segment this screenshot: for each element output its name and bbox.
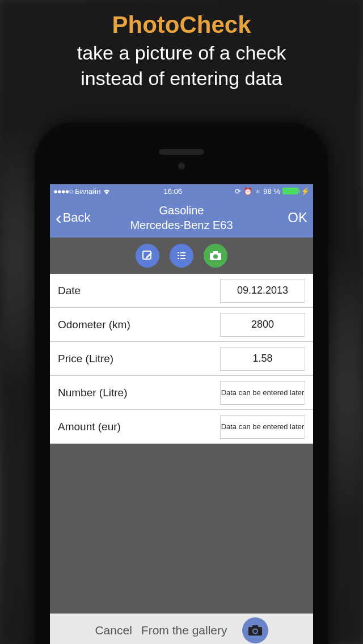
alarm-icon: ⏰	[243, 187, 252, 196]
form-row-price: Price (Litre) 1.58	[50, 342, 313, 376]
wifi-icon	[103, 188, 111, 194]
cancel-button[interactable]: Cancel	[95, 624, 132, 637]
price-field[interactable]: 1.58	[220, 347, 305, 371]
form-row-number: Number (Litre) Data can be entered later	[50, 376, 313, 410]
bluetooth-icon: ∗	[255, 187, 261, 196]
odometer-field[interactable]: 2800	[220, 313, 305, 337]
svg-point-13	[254, 629, 257, 633]
signal-dots-icon: ●●●●○	[53, 187, 73, 196]
amount-field[interactable]: Data can be entered later	[220, 415, 305, 439]
form-container: Date 09.12.2013 Odometer (km) 2800 Price…	[50, 274, 313, 444]
status-time: 16:06	[164, 187, 183, 196]
ok-button[interactable]: OK	[262, 210, 307, 226]
carrier-label: Билайн	[75, 187, 100, 196]
navigation-bar: ‹ Back Gasoline Mercedes-Benz E63 OK	[50, 198, 313, 238]
number-label: Number (Litre)	[58, 387, 127, 399]
form-row-date: Date 09.12.2013	[50, 274, 313, 308]
svg-rect-8	[213, 251, 218, 253]
status-bar: ●●●●○ Билайн 16:06 ⟳ ⏰ ∗ 98 % ⚡	[50, 184, 313, 198]
form-row-amount: Amount (eur) Data can be entered later	[50, 410, 313, 444]
amount-label: Amount (eur)	[58, 421, 121, 433]
svg-rect-2	[180, 252, 185, 253]
svg-rect-3	[178, 255, 179, 256]
promo-title: PhotoCheck	[0, 11, 363, 39]
promo-line-2: instead of entering data	[0, 67, 363, 90]
svg-rect-11	[252, 625, 258, 628]
page-title: Gasoline Mercedes-Benz E63	[101, 203, 262, 232]
svg-rect-5	[178, 258, 179, 259]
take-photo-button[interactable]	[242, 617, 268, 643]
chevron-left-icon: ‹	[56, 209, 62, 227]
list-icon	[176, 250, 187, 261]
camera-icon	[209, 251, 222, 261]
svg-rect-1	[178, 252, 179, 253]
camera-mode-button[interactable]	[204, 244, 227, 268]
title-line-1: Gasoline	[101, 203, 262, 218]
svg-rect-6	[180, 258, 185, 259]
odometer-label: Odometer (km)	[58, 319, 130, 331]
list-mode-button[interactable]	[170, 244, 193, 268]
orientation-lock-icon: ⟳	[235, 187, 241, 196]
battery-percent: 98 %	[263, 187, 280, 196]
promo-line-1: take a picture of a check	[0, 42, 363, 64]
battery-icon	[282, 188, 298, 194]
svg-point-9	[213, 255, 218, 259]
promo-header: PhotoCheck take a picture of a check ins…	[0, 0, 363, 90]
camera-icon	[248, 625, 263, 636]
from-gallery-button[interactable]: From the gallery	[141, 624, 227, 637]
charging-icon: ⚡	[301, 187, 310, 196]
back-label: Back	[63, 210, 91, 225]
date-field[interactable]: 09.12.2013	[220, 279, 305, 303]
bottom-toolbar: Cancel From the gallery	[50, 613, 313, 644]
number-field[interactable]: Data can be entered later	[220, 381, 305, 405]
svg-rect-4	[180, 255, 185, 256]
date-label: Date	[58, 285, 81, 297]
price-label: Price (Litre)	[58, 353, 113, 365]
mode-icon-row	[50, 238, 313, 274]
edit-mode-button[interactable]	[136, 244, 159, 268]
title-line-2: Mercedes-Benz E63	[101, 218, 262, 232]
edit-icon	[142, 250, 153, 261]
phone-frame: ●●●●○ Билайн 16:06 ⟳ ⏰ ∗ 98 % ⚡ ‹ Back	[34, 122, 329, 644]
back-button[interactable]: ‹ Back	[56, 209, 101, 227]
form-row-odometer: Odometer (km) 2800	[50, 308, 313, 342]
phone-screen: ●●●●○ Билайн 16:06 ⟳ ⏰ ∗ 98 % ⚡ ‹ Back	[50, 184, 313, 644]
